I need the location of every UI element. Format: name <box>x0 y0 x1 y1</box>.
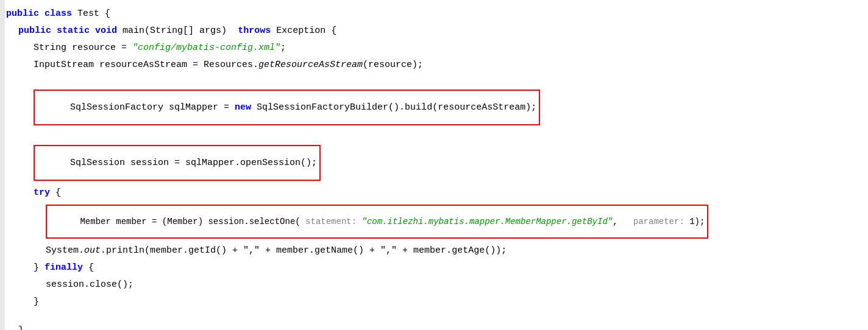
code-line-1: public class Test { <box>0 5 868 22</box>
code-line-6: SqlSessionFactory sqlMapper = new SqlSes… <box>0 85 868 128</box>
code-line-7 <box>0 128 868 140</box>
class-name: Test { <box>77 9 110 19</box>
code-line-16: } <box>0 321 868 330</box>
code-line-8: SqlSession session = sqlMapper.openSessi… <box>0 140 868 184</box>
code-line-5 <box>0 73 868 85</box>
code-line-15 <box>0 310 868 321</box>
red-box-2: SqlSession session = sqlMapper.openSessi… <box>34 145 321 181</box>
keyword-public: public <box>6 9 39 19</box>
code-line-13: session.close(); <box>0 276 868 293</box>
red-box-3: Member member = (Member) session.selectO… <box>46 205 708 239</box>
code-container: public class Test { public static void m… <box>0 0 868 330</box>
code-line-10: Member member = (Member) session.selectO… <box>0 201 868 242</box>
code-line-9: try { <box>0 184 868 201</box>
left-gutter <box>0 0 5 330</box>
code-line-4: InputStream resourceAsStream = Resources… <box>0 56 868 73</box>
red-box-1: SqlSessionFactory sqlMapper = new SqlSes… <box>34 90 540 125</box>
code-line-14: } <box>0 293 868 310</box>
code-line-11: System.out.println(member.getId() + "," … <box>0 242 868 259</box>
code-line-2: public static void main(String[] args) t… <box>0 22 868 39</box>
code-line-12: } finally { <box>0 259 868 276</box>
code-line-3: String resource = "config/mybatis-config… <box>0 39 868 56</box>
keyword-class: class <box>44 9 72 19</box>
